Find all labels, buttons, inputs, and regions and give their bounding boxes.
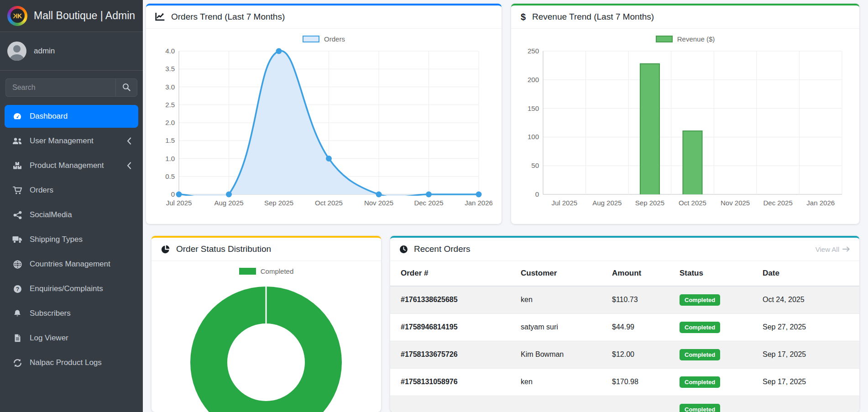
sidebar-item-label: Subscribers xyxy=(30,309,71,318)
order-number-cell: #1758946814195 xyxy=(390,313,517,341)
logo-letters: KK xyxy=(10,9,25,23)
sidebar-item-countries-management[interactable]: Countries Management xyxy=(5,253,138,276)
share-icon xyxy=(11,211,23,219)
chevron-left-icon xyxy=(127,162,131,169)
svg-text:250: 250 xyxy=(528,47,539,55)
sidebar-item-label: Enquiries/Complaints xyxy=(30,284,103,293)
sidebar-item-label: Log Viewer xyxy=(30,334,68,343)
date-cell: Sep 17, 2025 xyxy=(759,368,859,396)
sidebar-item-dashboard[interactable]: Dashboard xyxy=(5,105,138,128)
svg-text:Jan 2026: Jan 2026 xyxy=(806,199,835,207)
avatar xyxy=(7,42,26,61)
sidebar-item-label: Orders xyxy=(30,186,53,195)
sidebar-item-socialmedia[interactable]: SocialMedia xyxy=(5,203,138,226)
customer-cell xyxy=(517,396,608,412)
table-row: #1761338625685ken$110.73CompletedOct 24,… xyxy=(390,286,859,313)
svg-text:Nov 2025: Nov 2025 xyxy=(364,199,393,207)
orders-chart-legend[interactable]: Orders xyxy=(146,35,502,43)
svg-text:3.5: 3.5 xyxy=(165,65,175,73)
orders-trend-header: Orders Trend (Last 7 Months) xyxy=(146,5,502,29)
sidebar-item-orders[interactable]: Orders xyxy=(5,179,138,202)
status-cell: Completed xyxy=(676,286,759,313)
date-cell: Oct 24, 2025 xyxy=(759,286,859,313)
svg-text:?: ? xyxy=(16,286,19,292)
svg-text:0.5: 0.5 xyxy=(165,172,175,180)
card-title: Revenue Trend (Last 7 Months) xyxy=(532,12,654,22)
sidebar-item-label: Nalpac Product Logs xyxy=(30,358,102,367)
customer-cell: ken xyxy=(517,286,608,313)
kk-rainbow-logo: KK xyxy=(7,6,27,26)
brand[interactable]: KK Mall Boutique | Admin xyxy=(0,0,143,32)
svg-text:$: $ xyxy=(521,12,526,22)
sidebar-item-shipping-types[interactable]: Shipping Types xyxy=(5,228,138,251)
sidebar-item-label: Dashboard xyxy=(30,112,68,121)
sidebar-item-nalpac-product-logs[interactable]: Nalpac Product Logs xyxy=(5,351,138,374)
svg-text:2.5: 2.5 xyxy=(165,101,175,109)
cart-icon xyxy=(11,186,23,195)
date-cell xyxy=(759,396,859,412)
table-row: Completed xyxy=(390,396,859,412)
svg-text:Oct 2025: Oct 2025 xyxy=(679,199,706,207)
chevron-left-icon xyxy=(127,137,131,145)
status-badge: Completed xyxy=(680,349,720,360)
legend-label: Completed xyxy=(261,267,294,275)
search-icon xyxy=(122,83,131,93)
svg-text:50: 50 xyxy=(531,162,539,169)
column-header-date: Date xyxy=(759,261,859,286)
svg-text:1.0: 1.0 xyxy=(165,155,175,162)
date-cell: Sep 17, 2025 xyxy=(759,341,859,368)
svg-text:2.0: 2.0 xyxy=(165,119,175,126)
customer-cell: ken xyxy=(517,368,608,396)
revenue-trend-chart: 050100150200250Jul 2025Aug 2025Sep 2025O… xyxy=(520,45,850,214)
sidebar-item-label: Shipping Types xyxy=(30,235,83,244)
amount-cell: $110.73 xyxy=(608,286,676,313)
revenue-trend-card: $ Revenue Trend (Last 7 Months) Revenue … xyxy=(511,4,859,224)
sidebar-item-subscribers[interactable]: Subscribers xyxy=(5,302,138,325)
sidebar-nav: DashboardUser ManagementProduct Manageme… xyxy=(0,101,143,374)
status-cell: Completed xyxy=(676,368,759,396)
sidebar-item-label: Product Management xyxy=(30,161,104,170)
status-chart-legend[interactable]: Completed xyxy=(152,267,381,275)
users-icon xyxy=(11,137,23,145)
svg-text:200: 200 xyxy=(528,76,539,83)
user-panel[interactable]: admin xyxy=(0,32,143,71)
svg-text:0: 0 xyxy=(535,190,539,198)
svg-text:Aug 2025: Aug 2025 xyxy=(592,199,622,207)
status-cell: Completed xyxy=(676,396,759,412)
globe-icon xyxy=(11,260,23,269)
svg-text:Aug 2025: Aug 2025 xyxy=(214,199,243,207)
column-header-status: Status xyxy=(676,261,759,286)
sidebar-item-user-management[interactable]: User Management xyxy=(5,130,138,152)
sidebar: KK Mall Boutique | Admin admin Dashboard… xyxy=(0,0,143,412)
sidebar-item-label: User Management xyxy=(30,136,94,146)
amount-cell: $170.98 xyxy=(608,368,676,396)
amount-cell: $44.99 xyxy=(608,313,676,341)
boxes-icon xyxy=(11,162,23,170)
svg-text:0: 0 xyxy=(171,190,175,198)
revenue-chart-legend[interactable]: Revenue ($) xyxy=(511,35,859,43)
svg-text:Dec 2025: Dec 2025 xyxy=(763,199,793,207)
sidebar-item-product-management[interactable]: Product Management xyxy=(5,154,138,177)
status-badge: Completed xyxy=(680,322,720,333)
svg-text:Jul 2025: Jul 2025 xyxy=(166,199,192,207)
order-number-cell: #1761338625685 xyxy=(390,286,517,313)
search-input[interactable] xyxy=(5,78,115,97)
column-header-customer: Customer xyxy=(517,261,608,286)
search-button[interactable] xyxy=(115,78,137,97)
svg-text:Nov 2025: Nov 2025 xyxy=(721,199,750,207)
clock-icon xyxy=(399,245,408,254)
status-cell: Completed xyxy=(676,313,759,341)
table-row: #1758131058976ken$170.98CompletedSep 17,… xyxy=(390,368,859,396)
sidebar-item-log-viewer[interactable]: Log Viewer xyxy=(5,327,138,349)
view-all-link[interactable]: View All xyxy=(816,245,850,253)
svg-text:Jan 2026: Jan 2026 xyxy=(465,199,492,207)
svg-text:Sep 2025: Sep 2025 xyxy=(264,199,293,207)
sidebar-item-label: Countries Management xyxy=(30,260,110,269)
orders-trend-chart: 00.51.01.52.02.53.03.54.0Jul 2025Aug 202… xyxy=(155,45,492,214)
svg-text:100: 100 xyxy=(528,133,539,141)
legend-swatch xyxy=(303,36,319,42)
svg-text:Oct 2025: Oct 2025 xyxy=(315,199,343,207)
sidebar-search xyxy=(5,78,137,97)
sidebar-item-enquiries-complaints[interactable]: ?Enquiries/Complaints xyxy=(5,277,138,300)
table-header-row: Order #CustomerAmountStatusDate xyxy=(390,261,859,286)
